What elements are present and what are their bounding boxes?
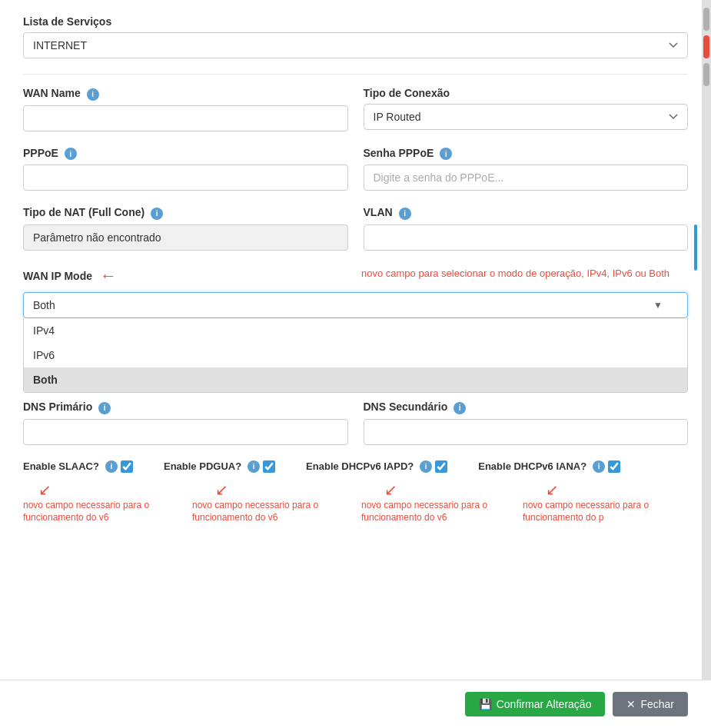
divider-1: [23, 74, 688, 75]
wan-name-input[interactable]: PPPoE: [23, 105, 348, 131]
close-x-icon: ✕: [626, 698, 636, 710]
nat-vlan-row: Tipo de NAT (Full Cone) i Parâmetro não …: [23, 206, 688, 251]
pppoe-info-icon[interactable]: i: [65, 148, 77, 160]
dns-secundario-field: DNS Secundário i ::: [364, 401, 689, 445]
slaac-item: Enable SLAAC? i: [23, 460, 133, 473]
close-button[interactable]: ✕ Fechar: [613, 692, 688, 716]
pppoe-input[interactable]: totolink: [23, 165, 348, 191]
pdgua-annotation-text: novo campo necessario para o funcionamen…: [192, 499, 346, 525]
confirm-button[interactable]: 💾 Confirmar Alteração: [465, 692, 606, 716]
lista-servicos-label: Lista de Serviços: [23, 15, 688, 28]
bottom-bar: 💾 Confirmar Alteração ✕ Fechar: [0, 680, 711, 728]
dhcpv6-iapd-label: Enable DHCPv6 IAPD?: [306, 460, 414, 472]
scrollbar-dot: [703, 8, 709, 31]
nat-field: Tipo de NAT (Full Cone) i Parâmetro não …: [23, 206, 348, 251]
wan-name-field: WAN Name i PPPoE: [23, 87, 348, 131]
dns-secundario-info-icon[interactable]: i: [454, 402, 466, 414]
checkboxes-row: Enable SLAAC? i Enable PDGUA? i Enable D…: [23, 460, 688, 473]
pdgua-annotation-area: ↙ novo campo necessario para o funcionam…: [192, 480, 346, 525]
wan-ip-mode-option-both[interactable]: Both: [24, 367, 687, 392]
nat-info-icon[interactable]: i: [151, 208, 163, 220]
nat-wrapper: Parâmetro não encontrado: [23, 224, 348, 251]
dhcpv6-iana-arrow-icon: ↙: [546, 480, 661, 499]
slaac-annotation-area: ↙ novo campo necessario para o funcionam…: [23, 480, 169, 525]
dhcpv6-iana-item: Enable DHCPv6 IANA? i: [478, 460, 620, 473]
senha-pppoe-label: Senha PPPoE i: [364, 147, 689, 161]
dns-primario-info-icon[interactable]: i: [98, 402, 111, 414]
wan-ip-mode-label-area: WAN IP Mode ←: [23, 266, 346, 286]
dns-primario-label: DNS Primário i: [23, 401, 348, 414]
tipo-conexao-select[interactable]: IP Routed Bridge IPoE: [364, 104, 689, 130]
pppoe-field: PPPoE i totolink: [23, 147, 348, 191]
modal-container: Lista de Serviços INTERNET WAN Name i PP…: [0, 0, 711, 728]
wan-ip-mode-dropdown[interactable]: Both ▼ IPv4 IPv6 Both: [23, 292, 688, 318]
pdgua-arrow-icon: ↙: [215, 480, 346, 499]
dhcpv6-iana-checkbox[interactable]: [608, 460, 620, 473]
wan-ip-mode-section: WAN IP Mode ← novo campo para selecionar…: [23, 266, 688, 318]
tipo-conexao-field: Tipo de Conexão IP Routed Bridge IPoE: [364, 87, 689, 131]
pppoe-label: PPPoE i: [23, 147, 348, 161]
wan-ip-mode-arrow-icon: ←: [100, 266, 117, 286]
wan-name-label: WAN Name i: [23, 87, 348, 101]
wan-ip-mode-annotation-text: novo campo para selecionar o modo de ope…: [361, 266, 669, 279]
dhcpv6-iapd-annotation-area: ↙ novo campo necessario para o funcionam…: [361, 480, 515, 525]
vlan-info-icon[interactable]: i: [399, 208, 411, 220]
dns-primario-field: DNS Primário i ::: [23, 401, 348, 445]
nat-select[interactable]: Parâmetro não encontrado: [23, 224, 348, 251]
slaac-annotation-text: novo campo necessario para o funcionamen…: [23, 499, 169, 525]
wan-ip-mode-label: WAN IP Mode ←: [23, 266, 346, 286]
dhcpv6-iana-info-icon[interactable]: i: [593, 460, 605, 473]
wan-name-info-icon[interactable]: i: [87, 88, 99, 101]
lista-servicos-wrapper: INTERNET: [23, 32, 688, 58]
tipo-conexao-wrapper: IP Routed Bridge IPoE: [364, 104, 689, 130]
wan-name-conexao-row: WAN Name i PPPoE Tipo de Conexão IP Rout…: [23, 87, 688, 131]
vlan-field: VLAN i 131: [364, 206, 689, 251]
vlan-scrollbar-indicator: [694, 224, 697, 271]
checkboxes-section: Enable SLAAC? i Enable PDGUA? i Enable D…: [23, 460, 688, 525]
lista-servicos-field: Lista de Serviços INTERNET: [23, 15, 688, 58]
scrollbar-dot-accent: [703, 35, 709, 58]
vlan-input[interactable]: 131: [364, 224, 689, 251]
wan-ip-mode-selected[interactable]: Both ▼: [23, 292, 688, 318]
dhcpv6-iana-label: Enable DHCPv6 IANA?: [478, 460, 586, 472]
tipo-conexao-label: Tipo de Conexão: [364, 87, 689, 99]
pdgua-checkbox[interactable]: [263, 460, 275, 473]
senha-pppoe-input[interactable]: [364, 165, 689, 191]
senha-pppoe-info-icon[interactable]: i: [440, 148, 452, 160]
wan-ip-mode-option-ipv6[interactable]: IPv6: [24, 343, 687, 367]
dns-secundario-input[interactable]: ::: [364, 419, 689, 445]
scrollbar-dot-2: [703, 63, 709, 86]
slaac-label: Enable SLAAC?: [23, 460, 99, 472]
wan-ip-mode-options-list: IPv4 IPv6 Both: [23, 318, 688, 393]
dns-row: DNS Primário i :: DNS Secundário i ::: [23, 401, 688, 445]
dns-secundario-label: DNS Secundário i: [364, 401, 689, 414]
pdgua-label: Enable PDGUA?: [164, 460, 241, 472]
slaac-arrow-icon: ↙: [38, 480, 169, 499]
wan-ip-mode-option-ipv4[interactable]: IPv4: [24, 318, 687, 343]
slaac-checkbox[interactable]: [121, 460, 133, 473]
confirm-label: Confirmar Alteração: [497, 698, 592, 710]
right-scrollbar: [702, 0, 711, 728]
nat-label: Tipo de NAT (Full Cone) i: [23, 206, 348, 220]
pppoe-senha-row: PPPoE i totolink Senha PPPoE i: [23, 147, 688, 191]
dhcpv6-iapd-annotation-text: novo campo necessario para o funcionamen…: [361, 499, 515, 525]
dhcpv6-iana-annotation-area: ↙ novo campo necessario para o funcionam…: [523, 480, 661, 525]
dhcpv6-iapd-info-icon[interactable]: i: [420, 460, 432, 473]
wan-ip-mode-annotation-row: WAN IP Mode ← novo campo para selecionar…: [23, 266, 688, 286]
vlan-label: VLAN i: [364, 206, 689, 220]
lista-servicos-section: Lista de Serviços INTERNET: [23, 15, 688, 58]
close-label: Fechar: [640, 698, 674, 710]
senha-pppoe-field: Senha PPPoE i: [364, 147, 689, 191]
dhcpv6-iapd-arrow-icon: ↙: [384, 480, 515, 499]
slaac-info-icon[interactable]: i: [105, 460, 118, 473]
pdgua-item: Enable PDGUA? i: [164, 460, 275, 473]
lista-servicos-select[interactable]: INTERNET: [23, 32, 688, 58]
dhcpv6-iapd-item: Enable DHCPv6 IAPD? i: [306, 460, 447, 473]
wan-ip-mode-chevron-icon: ▼: [653, 300, 663, 311]
confirm-icon: 💾: [479, 698, 492, 710]
wan-ip-mode-selected-text: Both: [33, 299, 55, 311]
dhcpv6-iapd-checkbox[interactable]: [435, 460, 447, 473]
pdgua-info-icon[interactable]: i: [248, 460, 260, 473]
dns-primario-input[interactable]: ::: [23, 419, 348, 445]
checkbox-annotations-row: ↙ novo campo necessario para o funcionam…: [23, 480, 688, 525]
